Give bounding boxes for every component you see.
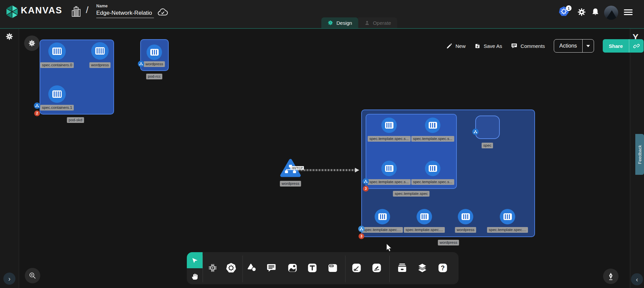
container-node[interactable] <box>48 85 66 103</box>
design-name-input[interactable] <box>96 9 154 18</box>
layers-tool[interactable] <box>415 260 430 276</box>
sync-pinwheel-icon[interactable] <box>5 32 14 41</box>
note-tool[interactable] <box>325 260 340 276</box>
actions-button-label[interactable]: Actions <box>554 40 582 52</box>
spec-type-icon <box>472 129 479 135</box>
node-label: spec.template.spec.... <box>362 227 403 233</box>
header-divider <box>0 28 644 29</box>
actions-split-button[interactable]: Actions <box>554 39 594 53</box>
container-node[interactable] <box>48 43 66 60</box>
error-badge[interactable]: 3 <box>363 186 369 192</box>
container-node[interactable] <box>91 42 109 60</box>
tab-operate[interactable]: Operate <box>358 17 397 28</box>
drawer-archive-icon <box>396 262 408 274</box>
container-node[interactable] <box>458 209 473 224</box>
image-icon <box>287 263 298 273</box>
expand-right-panel-button[interactable]: ‹ <box>631 273 643 285</box>
kanvas-app: KANVAS / Name Design Oper <box>0 0 644 288</box>
chip-icon <box>207 263 218 273</box>
brand-title: KANVAS <box>21 5 62 16</box>
node-label: spec.containers.1 <box>40 105 74 111</box>
note-card-icon <box>327 263 338 273</box>
pan-hand-tool[interactable] <box>187 268 203 284</box>
node-label: spec.template.spec.... <box>404 227 445 233</box>
shapes-tool[interactable] <box>245 260 260 276</box>
header: KANVAS / Name Design Oper <box>0 0 644 28</box>
deployment-type-icon <box>358 226 365 232</box>
hand-icon <box>191 272 199 280</box>
link-icon <box>633 43 640 49</box>
canvas-action-bar: New Save As Comments Actions Sh <box>446 39 644 53</box>
feedback-tab[interactable]: Feedback <box>635 134 644 175</box>
copy-link-button[interactable] <box>629 39 644 53</box>
save-as-button-label: Save As <box>484 43 502 49</box>
design-icon <box>327 20 333 26</box>
group-label: wordpress <box>438 240 459 245</box>
share-button-label[interactable]: Share <box>603 39 629 53</box>
container-node[interactable] <box>425 161 440 176</box>
help-tool[interactable]: ? <box>435 260 450 276</box>
mouse-cursor <box>386 244 393 252</box>
error-badge[interactable]: 3 <box>359 233 364 239</box>
user-avatar[interactable] <box>604 6 618 20</box>
node-label: spec.template.spec.s... <box>368 136 411 142</box>
settings-gear-icon[interactable] <box>577 8 586 16</box>
pencil-scribble-icon <box>371 263 382 273</box>
edge-arrowhead <box>355 168 359 172</box>
comments-button[interactable]: Comments <box>511 43 545 49</box>
text-tool[interactable] <box>305 260 320 276</box>
select-tool[interactable] <box>187 252 203 268</box>
group-label: pod-skd <box>67 117 84 123</box>
service-edge[interactable] <box>297 169 355 171</box>
organization-icon[interactable] <box>71 5 81 17</box>
image-tool[interactable] <box>285 260 300 276</box>
cluster-pinwheel-icon <box>28 39 36 47</box>
node-label: spec.template.spec.... <box>487 227 528 233</box>
container-node[interactable] <box>417 209 432 224</box>
pod-type-icon <box>363 178 369 185</box>
container-node[interactable] <box>381 118 397 133</box>
drawer-tool[interactable] <box>394 260 410 276</box>
toolbar-divider <box>345 256 345 282</box>
node-label: wordpress <box>89 62 110 68</box>
cloud-saved-icon[interactable] <box>157 7 168 17</box>
toolbar-divider <box>389 256 390 282</box>
ink-pen-button[interactable] <box>603 269 619 284</box>
component-tool[interactable] <box>205 260 220 276</box>
new-button-label: New <box>455 43 466 49</box>
node-label: spec.template.spec.s... <box>411 179 454 185</box>
kanvas-logo-icon[interactable] <box>5 4 19 19</box>
menu-hamburger-icon[interactable] <box>624 9 633 16</box>
share-split-button[interactable]: Share <box>603 39 644 53</box>
context-count-badge[interactable]: 1 <box>566 5 572 11</box>
kubernetes-tool[interactable] <box>223 260 239 276</box>
pen-tool[interactable] <box>349 260 364 276</box>
container-node[interactable] <box>381 161 397 176</box>
expand-left-panel-button[interactable]: › <box>3 273 15 285</box>
magnifier-plus-icon <box>29 272 37 280</box>
container-node[interactable] <box>425 118 440 133</box>
container-node[interactable] <box>147 45 162 60</box>
node-label: wordpress <box>455 227 476 233</box>
actions-caret[interactable] <box>582 40 594 52</box>
cluster-chip[interactable] <box>24 35 40 51</box>
error-badge[interactable]: 2 <box>34 111 40 116</box>
zoom-button[interactable] <box>25 268 40 283</box>
container-node[interactable] <box>500 209 515 224</box>
notifications-bell-icon[interactable] <box>591 8 600 16</box>
pod-type-icon <box>138 61 144 67</box>
pencil-tool[interactable] <box>369 260 384 276</box>
toolbar-divider <box>243 256 243 282</box>
container-node[interactable] <box>375 209 390 224</box>
group-spec-template-spec[interactable] <box>366 114 457 189</box>
tab-operate-label: Operate <box>373 20 391 26</box>
save-as-button[interactable]: Save As <box>474 43 502 49</box>
tab-design[interactable]: Design <box>321 17 358 28</box>
node-label: spec.template.spec.s... <box>368 179 411 185</box>
left-rail <box>0 29 19 288</box>
new-button[interactable]: New <box>446 43 466 49</box>
pen-nib-icon <box>607 272 615 280</box>
comment-tool[interactable] <box>264 260 279 276</box>
comment-bubble-icon <box>266 263 277 273</box>
spec-node[interactable] <box>475 116 500 139</box>
